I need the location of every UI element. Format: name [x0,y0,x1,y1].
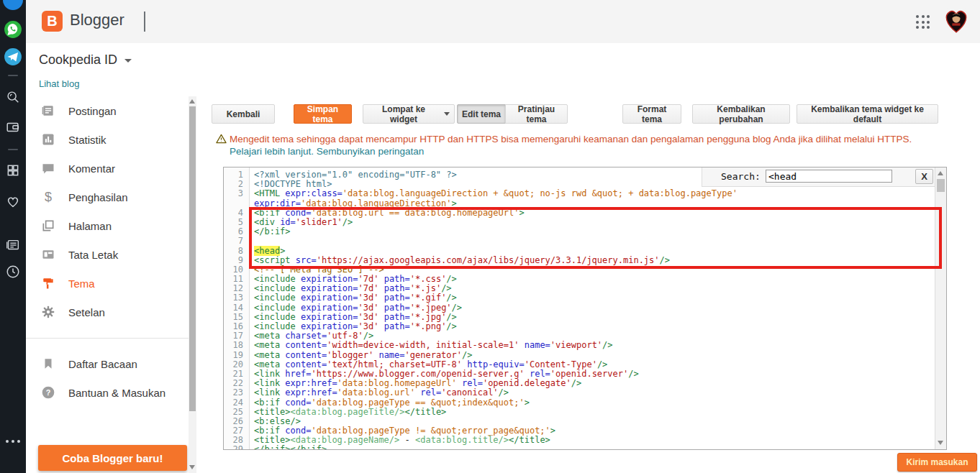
line-number: 19 [224,351,249,360]
hide-warning-link[interactable]: Sembunyikan peringatan [314,146,424,157]
sidebar-item-postingan[interactable]: Postingan [26,96,189,125]
close-search-button[interactable]: X [915,169,933,184]
save-theme-button[interactable]: Simpan tema [294,104,352,124]
blog-name: Cookpedia ID [39,52,117,67]
line-number: 4 [224,208,249,218]
code-line[interactable]: 6</b:if> [224,227,934,236]
search-input[interactable] [766,170,892,183]
avatar[interactable] [941,6,971,36]
code-line[interactable]: 7 [224,236,934,246]
sidebar-item-label: Komentar [68,162,115,175]
sidebar-item-label: Setelan [68,306,105,318]
revert-widget-templates-button[interactable]: Kembalikan tema widget ke default [797,104,938,124]
format-theme-button[interactable]: Format tema [622,104,681,124]
pages-icon [40,218,56,234]
line-number: 6 [224,227,249,236]
code-line[interactable]: 25<title><data:blog.pageTitle/></title> [224,408,934,417]
revert-changes-button[interactable]: Kembalikan perubahan [692,104,790,124]
send-feedback-button[interactable]: Kirim masukan [897,453,977,472]
scroll-down-icon[interactable] [189,465,195,469]
sidebar-item-label: Penghasilan [68,191,128,203]
search-icon[interactable] [5,89,21,108]
clock-icon[interactable] [5,264,21,283]
stats-icon [40,132,56,147]
editor-scrollbar-thumb[interactable] [937,179,945,192]
dashboard-grid-icon[interactable] [6,163,20,180]
preview-theme-tab[interactable]: Pratinjau tema [505,104,568,124]
layout-icon [40,247,56,262]
line-number: 2 [224,180,249,189]
warning-icon [216,134,227,147]
sidebar-item-label: Daftar Bacaan [68,358,137,370]
jump-to-widget-dropdown[interactable]: Lompat ke widget [363,104,455,124]
svg-text:?: ? [46,388,51,397]
blogger-logo-icon[interactable]: B [42,11,63,32]
line-number: 23 [224,388,249,398]
help-icon: ? [40,385,56,400]
sidebar-item-label: Statistik [68,134,106,146]
sidebar-item-label: Halaman [68,220,112,232]
back-button[interactable]: Kembali [212,104,275,124]
line-number: 5 [224,218,249,227]
sidebar-scrollbar[interactable] [189,96,196,473]
code-line[interactable]: 28<title><data:blog.pageName/> - <data:b… [224,436,934,445]
sidebar-item-setelan[interactable]: Setelan [26,298,189,326]
comment-icon [40,160,56,176]
whatsapp-icon[interactable] [4,20,22,42]
view-blog-link[interactable]: Lihat blog [39,78,79,89]
editor-scrollbar[interactable] [935,167,946,449]
mixed-content-warning: Mengedit tema sehingga dapat mencampur H… [216,133,944,157]
line-number: 20 [224,360,249,369]
jump-to-widget-label: Lompat ke widget [368,104,440,124]
chevron-down-icon [124,59,132,63]
sidebar-item-tata-letak[interactable]: Tata Letak [26,240,189,269]
scroll-down-icon[interactable] [938,441,943,445]
line-number [224,199,249,208]
taskbar-divider [8,75,18,76]
sidebar-item-daftar-bacaan[interactable]: Daftar Bacaan [26,349,189,378]
telegram-icon[interactable] [4,47,22,69]
code-line[interactable]: 29</b:if></b:if> [224,445,934,450]
learn-more-link[interactable]: Pelajari lebih lanjut. [230,146,314,157]
app-title: Blogger [70,11,124,29]
news-icon[interactable] [5,237,21,256]
taskbar-divider [8,149,18,150]
header-divider [144,12,145,32]
theme-code-editor[interactable]: 1<?xml version="1.0" encoding="UTF-8" ?>… [223,167,947,450]
more-options-icon[interactable] [6,440,20,443]
sidebar-item-label: Postingan [68,105,117,117]
sidebar-item-statistik[interactable]: Statistik [26,125,189,154]
code-text: </b:if> [249,227,291,236]
posts-icon [40,103,56,119]
line-number: 1 [224,170,249,180]
sidebar-item-halaman[interactable]: Halaman [26,211,189,240]
scroll-up-icon[interactable] [189,99,195,104]
line-number: 13 [224,293,249,303]
wallet-icon[interactable] [5,119,21,138]
sidebar-item-label: Tema [68,277,95,290]
gear-icon [40,304,56,320]
scroll-up-icon[interactable] [938,171,943,175]
try-new-blogger-button[interactable]: Coba Blogger baru! [38,445,187,471]
theme-roller-icon [40,275,56,291]
sidebar-item-penghasilan[interactable]: $ Penghasilan [26,183,189,211]
line-number: 24 [224,398,249,408]
heart-icon[interactable] [5,193,21,212]
sidebar-item-label: Tata Letak [68,249,118,261]
code-line[interactable]: 5<div id='slider1'/> [224,218,934,227]
line-number: 9 [224,256,249,265]
blog-selector[interactable]: Cookpedia ID [39,52,132,68]
line-number: 18 [224,341,249,350]
edit-theme-tab[interactable]: Edit tema [457,104,506,124]
code-text: </b:if></b:if> [249,445,327,450]
sidebar-item-bantuan[interactable]: ? Bantuan & Masukan [26,378,189,407]
code-lines[interactable]: 1<?xml version="1.0" encoding="UTF-8" ?>… [224,170,934,450]
sidebar-divider [26,338,189,339]
line-number: 25 [224,408,249,417]
code-text [249,236,254,246]
sidebar-item-tema[interactable]: Tema [26,269,189,298]
sidebar-scrollbar-thumb[interactable] [189,106,196,411]
messenger-icon[interactable] [3,0,23,10]
sidebar-item-komentar[interactable]: Komentar [26,154,189,183]
google-apps-grid-icon[interactable] [916,15,930,29]
